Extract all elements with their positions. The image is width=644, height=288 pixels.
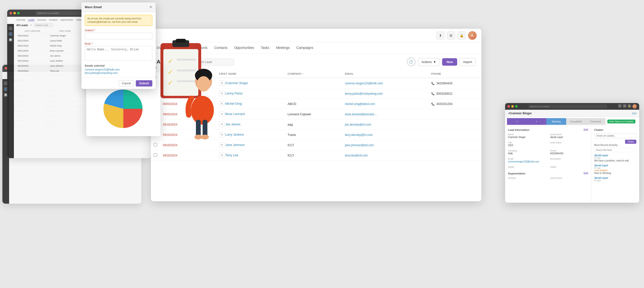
detail-exit-link[interactable]: Exit [632,112,636,115]
chatter-section: Chatter Share Most Recent Activity Jacob… [594,128,636,182]
row-date-7: 09/16/2024 [163,154,177,157]
row-checkbox-6[interactable] [154,143,157,146]
row-edit-icon-5[interactable]: ✎ [219,132,224,137]
row-edit-icon-1[interactable]: ✎ [219,91,224,96]
nav-contacts[interactable]: Contacts [214,45,227,51]
modal-body: As of now, the emails are currently bein… [82,12,156,78]
w1-sidebar-home: ⌂ [8,26,12,30]
table-row: 09/03/2024 ✎ Crammer Singer commor.singe… [151,78,482,88]
row-name-4[interactable]: Joe James [225,122,240,126]
bg-w1-date-7: 09/16/2024 [16,69,48,74]
row-name-1[interactable]: Lenny Parks [225,92,242,95]
status-seg-unqualified[interactable]: Unqualified [566,118,586,125]
segmentation-edit-link[interactable]: Edit [584,172,588,175]
modal-close-icon[interactable]: ✕ [149,5,152,9]
detail-left-panel: Lead Information Edit Name Crammer Singe… [505,126,591,203]
share-button[interactable]: Share [625,140,636,144]
row-email-4[interactable]: joe.skorsky@icl.com [345,123,371,126]
leads-title-row: All Leads ▼ [157,59,234,65]
row-name-2[interactable]: Michel Omg [225,102,242,105]
search-lead-input[interactable] [191,59,234,65]
lead-status-label: Lead Status [550,141,588,144]
row-date-6: 09/16/2024 [163,144,177,147]
row-edit-icon-0[interactable]: ✎ [219,81,224,86]
bg-window1-sidebar: ⌂ 👤 📊 [7,24,14,158]
nav-campaigns[interactable]: Campaigns [296,45,314,51]
submit-button[interactable]: Submit [136,80,152,87]
row-name-3[interactable]: Bose Leonard [225,112,245,116]
w1-minimize-dot [14,12,16,14]
actions-button[interactable]: Actions ▼ [418,58,440,66]
body-textarea[interactable] [85,46,152,60]
nav-accounts[interactable]: Accounts [194,45,208,51]
company-field: Company Holk [508,150,546,156]
import-button[interactable]: Import [460,58,476,66]
w1-search-input[interactable]: Search Lead [34,23,53,27]
nav-opportunities[interactable]: Opportunities [234,45,254,51]
lock-icon-btn[interactable]: 🔒 [458,31,466,40]
detail-search-bar: Search for a co-worker [528,105,607,108]
mark-complete-button[interactable]: Mark Status as Complete [607,120,636,123]
row-email-7[interactable]: terry.lee@iclt.com [345,154,368,157]
w1-subnav-leads: Leads [28,19,34,21]
avatar[interactable]: JL [468,31,476,40]
row-email-2[interactable]: michel.omg@abcd.com [345,102,375,106]
row-email-5[interactable]: larry.skorsky@icl.com [345,133,373,137]
row-name-5[interactable]: Larry Jenkins [225,133,244,136]
nav-leads[interactable]: Leads [177,45,187,51]
w1-search-text: Search for a co-worker [37,12,59,14]
row-phone-7 [428,150,482,161]
row-edit-icon-6[interactable]: ✎ [219,142,224,148]
clock-icon-btn[interactable]: 🕐 [407,58,416,66]
row-company-6: ICLT [285,140,342,150]
table-row: 09/03/2024 ✎ Michel Omg ABCD michel.omg@… [151,99,482,109]
phone-icon-0: 📞 [431,82,435,85]
lead-info-section-title: Lead Information Edit [508,128,588,131]
row-name-6[interactable]: Jane Johnson [225,143,245,147]
row-edit-icon-7[interactable]: ✎ [219,153,224,158]
row-email-3[interactable]: bose.leonard@leonard... [345,113,376,116]
download-icon-btn[interactable]: ⬇ [436,31,444,40]
row-email-6[interactable]: jane.johnson@iclt.com [345,144,374,147]
row-edit-icon-3[interactable]: ✎ [219,111,224,117]
row-email-0[interactable]: commor.singer123@holk.com [345,82,383,85]
status-seg-working[interactable]: Working [546,118,566,125]
status-seg-done-1[interactable]: ✓ [507,118,527,125]
cancel-button[interactable]: Cancel [119,80,134,87]
detail-panel: Search for a co-worker ⬇ ⊞ 🔒 ● Crammer B… [505,103,639,203]
segmentation-section: Segmentation Edit Industry Lead Source [508,172,588,181]
subject-input[interactable] [85,33,152,39]
lead-owner-value: Jacob Layer [550,136,588,138]
w1-close-dot [10,12,12,14]
detail-grid-icon: ⊞ [623,104,626,108]
row-company-1 [285,88,342,99]
main-topbar: ⬇ ⊞ 🔒 JL [151,29,482,42]
w1-sidebar-chart: 📊 [8,38,12,42]
row-company-4: aag [285,119,342,130]
row-email-1[interactable]: lenny.parks@computeng.com [345,92,383,95]
nav-tasks[interactable]: Tasks [261,45,270,51]
activity-search-input[interactable] [594,148,636,152]
main-crm-window: ⬇ ⊞ 🔒 JL Overview Leads Accounts Contact… [151,29,482,201]
row-name-7[interactable]: Terry Lee [225,153,238,157]
row-edit-icon-2[interactable]: ✎ [219,101,224,106]
grid-icon-btn[interactable]: ⊞ [447,31,455,40]
status-seg-done-2[interactable]: ✓ [527,118,546,125]
new-button[interactable]: New [442,58,457,66]
row-edit-icon-4[interactable]: ✎ [219,122,224,127]
detail-person-name: Crammer Binger [509,112,532,115]
nav-overview[interactable]: Overview [157,45,170,51]
activity-item-3: Jacob Layer 6h ago [594,177,636,182]
phone-icon-1: 📞 [431,92,435,95]
close-dot [5,67,7,70]
chatter-share-input[interactable] [594,133,636,138]
activity-1-time: 5h ago [594,157,636,159]
nav-meetings[interactable]: Meetings [276,45,290,51]
clock-icon: 🕐 [409,60,413,64]
row-phone-3 [428,109,482,119]
table-header-row: DATE CREATION FIRST NAME COMPANY ↑ EMAIL… [151,70,482,78]
row-name-0[interactable]: Crammer Singer [225,81,248,85]
row-checkbox-7[interactable] [154,153,157,157]
status-seg-converted[interactable]: Converted [586,118,606,125]
lead-info-edit-link[interactable]: Edit [584,128,588,131]
